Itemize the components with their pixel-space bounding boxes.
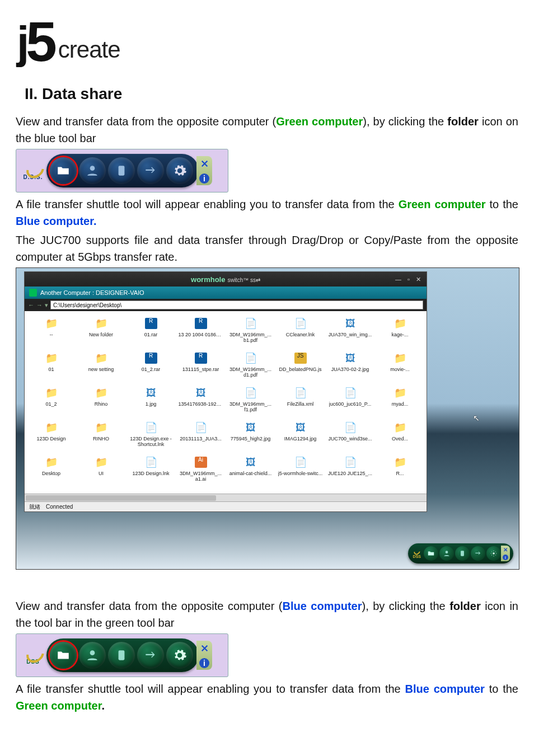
file-item[interactable]: 🖼1.jpg bbox=[127, 385, 175, 416]
file-item[interactable]: 🖼1354176938-1928... bbox=[176, 385, 225, 416]
file-item[interactable]: 📄JUC700_wind3se... bbox=[326, 420, 374, 451]
nav-dropdown-icon[interactable]: ▾ bbox=[45, 302, 48, 309]
file-item[interactable]: 📁R... bbox=[376, 454, 424, 486]
p2-b: to the bbox=[486, 198, 518, 210]
logo-text: create bbox=[58, 36, 120, 63]
nav-forward-icon[interactable]: → bbox=[36, 302, 43, 308]
file-item[interactable]: 🖼JUA370-02-2.jpg bbox=[326, 350, 374, 382]
mini-person-icon[interactable] bbox=[439, 546, 454, 561]
close-icon[interactable]: ✕ bbox=[200, 642, 209, 655]
window-subbar: Another Computer : DESIGNER-VAIO bbox=[25, 287, 427, 299]
info-icon[interactable]: i bbox=[199, 658, 209, 668]
mini-dss-label: DSS bbox=[411, 549, 423, 558]
file-item[interactable]: 📁RINHO bbox=[77, 420, 125, 451]
mini-clipboard-icon[interactable] bbox=[455, 546, 470, 561]
clipboard-icon[interactable] bbox=[108, 157, 135, 184]
p4-blue: Blue computer bbox=[283, 600, 362, 612]
file-item[interactable]: 📁123D Design bbox=[27, 420, 76, 451]
file-item[interactable]: 📄j5-wormhole-switc... bbox=[276, 454, 325, 486]
mini-green-toolbar: DSS ✕ i bbox=[408, 543, 513, 564]
clipboard-icon[interactable] bbox=[108, 642, 135, 669]
p1-bold: folder bbox=[447, 115, 479, 128]
brand-logo: j5 create bbox=[16, 16, 518, 68]
p2-blue: Blue computer. bbox=[16, 215, 96, 227]
transfer-icon[interactable] bbox=[137, 157, 164, 184]
mini-gear-icon[interactable] bbox=[486, 546, 501, 561]
file-item[interactable]: 📄JUE120 JUE125_... bbox=[326, 454, 374, 486]
file-item[interactable]: R131115_stpe.rar bbox=[176, 350, 225, 382]
file-item[interactable]: 📁myad... bbox=[376, 385, 424, 416]
file-item[interactable]: R01.rar bbox=[127, 316, 175, 347]
file-item[interactable]: 📁01 bbox=[27, 350, 76, 382]
file-item[interactable]: 📁Oved... bbox=[376, 420, 424, 451]
path-input[interactable] bbox=[50, 300, 423, 309]
file-item[interactable]: R13 20 1004 0186_... bbox=[176, 316, 225, 347]
file-item[interactable]: 📁Rhino bbox=[77, 385, 125, 416]
file-pane[interactable]: 📁--📁New folderR01.rarR13 20 1004 0186_..… bbox=[25, 311, 427, 494]
horizontal-scrollbar[interactable] bbox=[25, 494, 427, 501]
gear-icon[interactable] bbox=[166, 157, 193, 184]
paragraph-5: A file transfer shuttle tool will appear… bbox=[16, 680, 518, 714]
file-item[interactable]: 📄3DM_W196mm_...d1.pdf bbox=[226, 350, 275, 382]
folder-icon[interactable] bbox=[50, 157, 77, 184]
paragraph-2: A file transfer shuttle tool will appear… bbox=[16, 196, 518, 229]
file-item[interactable]: 📄FileZilla.xml bbox=[276, 385, 325, 416]
file-item[interactable]: 📄3DM_W196mm_...f1.pdf bbox=[226, 385, 275, 416]
folder-icon[interactable] bbox=[50, 642, 77, 669]
mini-info-icon[interactable]: i bbox=[503, 555, 508, 560]
file-item[interactable]: 📁New folder bbox=[77, 316, 125, 347]
toolbar-end-tab: ✕ i bbox=[196, 156, 212, 185]
computer-icon bbox=[29, 289, 37, 297]
mini-folder-icon[interactable] bbox=[424, 546, 438, 561]
file-item[interactable]: 📄juc600_juc610_P... bbox=[326, 385, 374, 416]
file-item[interactable]: 📁01_2 bbox=[27, 385, 76, 416]
file-item[interactable]: 🖼animal-cat-chield... bbox=[226, 454, 275, 486]
file-item[interactable]: 📄123D Design.lnk bbox=[127, 454, 175, 486]
mini-close-icon[interactable]: ✕ bbox=[503, 547, 508, 553]
person-icon[interactable] bbox=[79, 642, 106, 669]
file-item[interactable]: 📁-- bbox=[27, 316, 76, 347]
svg-rect-1 bbox=[119, 166, 125, 175]
file-item[interactable]: 📄CCleaner.lnk bbox=[276, 316, 325, 347]
p5-green: Green computer bbox=[16, 699, 101, 712]
file-item[interactable]: JSDD_belatedPNG.js bbox=[276, 350, 325, 382]
gear-icon[interactable] bbox=[166, 642, 193, 669]
dss-logo: D.S.S. bbox=[20, 157, 46, 184]
file-item[interactable]: 📁Desktop bbox=[27, 454, 76, 486]
status-left: 就緒 bbox=[29, 503, 40, 511]
file-item[interactable]: 📄123D Design.exe -Shortcut.lnk bbox=[127, 420, 175, 451]
title-sub: switch™ ss⇄ bbox=[227, 277, 260, 283]
file-item[interactable]: 📄3DM_W196mm_...b1.pdf bbox=[226, 316, 275, 347]
file-item[interactable]: 🖼IMAG1294.jpg bbox=[276, 420, 325, 451]
person-icon[interactable] bbox=[79, 157, 106, 184]
transfer-icon[interactable] bbox=[137, 642, 164, 669]
file-item[interactable]: 📁movie-... bbox=[376, 350, 424, 382]
file-transfer-screenshot: wormholeswitch™ ss⇄ — ▫ ✕ Another Comput… bbox=[16, 267, 519, 570]
p5-dot: . bbox=[101, 699, 105, 712]
file-item[interactable]: 📁kage-... bbox=[376, 316, 424, 347]
file-item[interactable]: 📁new setting bbox=[77, 350, 125, 382]
p2-a: A file transfer shuttle tool will appear… bbox=[16, 198, 399, 210]
p1-text-a: View and transfer data from the opposite… bbox=[16, 115, 276, 128]
file-item[interactable]: 📁UI bbox=[77, 454, 125, 486]
window-buttons[interactable]: — ▫ ✕ bbox=[395, 276, 423, 283]
svg-point-0 bbox=[90, 166, 95, 171]
green-toolbar: DSS ✕ i bbox=[16, 633, 228, 677]
swirl-icon bbox=[26, 162, 40, 173]
file-item[interactable]: R01_2.rar bbox=[127, 350, 175, 382]
p5-a: A file transfer shuttle tool will appear… bbox=[16, 683, 405, 695]
file-item[interactable]: 🖼775945_high2.jpg bbox=[226, 420, 275, 451]
close-icon[interactable]: ✕ bbox=[200, 158, 209, 170]
file-item[interactable]: 📄20131113_JUA3... bbox=[176, 420, 225, 451]
svg-rect-6 bbox=[119, 650, 125, 660]
file-item[interactable]: 🖼JUA370_win_img... bbox=[326, 316, 374, 347]
p5-blue: Blue computer bbox=[405, 683, 485, 695]
window-titlebar: wormholeswitch™ ss⇄ — ▫ ✕ bbox=[25, 272, 427, 287]
paragraph-1: View and transfer data from the opposite… bbox=[16, 113, 518, 147]
file-item[interactable]: Ai3DM_W196mm_...a1.ai bbox=[176, 454, 225, 486]
info-icon[interactable]: i bbox=[199, 173, 209, 184]
nav-bar: ← → ▾ bbox=[25, 299, 427, 311]
swirl-icon bbox=[26, 646, 40, 658]
nav-back-icon[interactable]: ← bbox=[28, 302, 34, 308]
mini-transfer-icon[interactable] bbox=[471, 546, 485, 561]
